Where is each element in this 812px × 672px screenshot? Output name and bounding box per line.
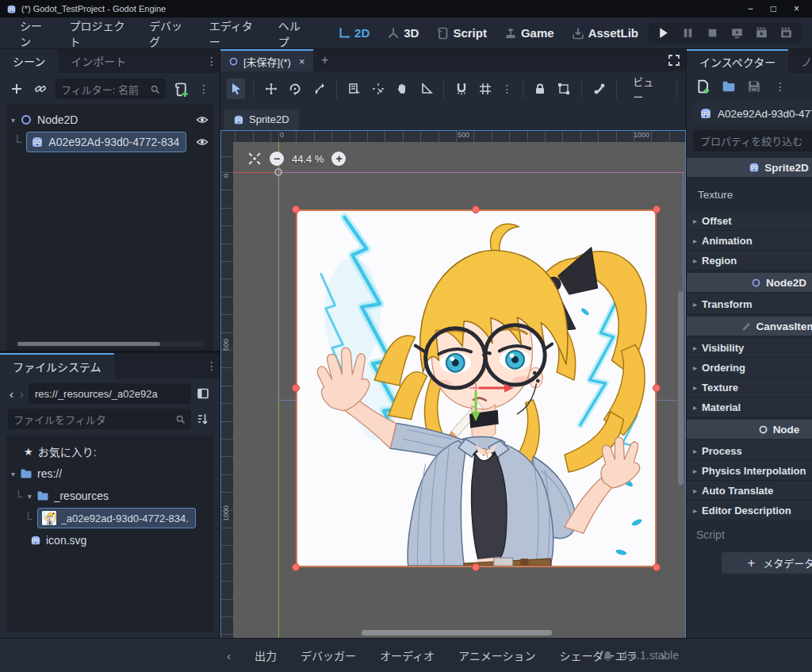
notifications-bell-icon[interactable] bbox=[602, 650, 614, 662]
section-sprite2d[interactable]: Sprite2D bbox=[687, 158, 812, 177]
group-animation[interactable]: ▸Animation bbox=[687, 231, 812, 251]
canvas-2d[interactable]: − 44.4 % + bbox=[233, 142, 685, 638]
grid-snap-button[interactable] bbox=[476, 79, 494, 99]
group-material[interactable]: ▸Material bbox=[687, 397, 812, 417]
workspace-game[interactable]: Game bbox=[497, 23, 561, 43]
group-button[interactable] bbox=[555, 79, 573, 99]
rotate-tool-button[interactable] bbox=[285, 79, 304, 99]
play-movie-button[interactable] bbox=[755, 26, 768, 40]
canvas-vscrollbar[interactable] bbox=[678, 291, 684, 485]
selected-file[interactable]: _a02e92ad-93d0-4772-834... bbox=[37, 508, 196, 528]
move-gizmo[interactable] bbox=[468, 380, 523, 428]
panel-audio[interactable]: オーディオ bbox=[380, 647, 435, 663]
property-filter-input[interactable]: プロパティを絞り込む bbox=[693, 130, 812, 152]
load-resource-button[interactable] bbox=[722, 79, 736, 94]
menu-debug[interactable]: デバッグ bbox=[140, 13, 197, 53]
expander-icon[interactable]: ▾ bbox=[11, 116, 15, 125]
version-label[interactable]: 4.4.1.stable bbox=[622, 649, 679, 662]
scene-dock-menu[interactable]: ⋮ bbox=[204, 49, 220, 73]
workspace-2d[interactable]: 2D bbox=[331, 23, 377, 43]
section-node[interactable]: Node bbox=[687, 420, 812, 439]
handle-mid-right[interactable] bbox=[653, 384, 661, 392]
move-tool-button[interactable] bbox=[262, 79, 280, 99]
expander-icon[interactable]: ▾ bbox=[28, 492, 32, 501]
minimize-button[interactable]: − bbox=[748, 3, 753, 14]
add-node-button[interactable] bbox=[8, 80, 25, 98]
scene-tab-unsaved[interactable]: [未保存](*) × bbox=[220, 49, 313, 71]
add-metadata-button[interactable]: + メタデータ bbox=[722, 552, 812, 574]
menu-project[interactable]: プロジェクト bbox=[61, 13, 137, 53]
scene-tree-hscrollbar[interactable] bbox=[16, 341, 204, 347]
movie-maker-button[interactable] bbox=[779, 26, 793, 40]
group-offset[interactable]: ▸Offset bbox=[687, 211, 812, 231]
smart-snap-button[interactable] bbox=[452, 79, 470, 99]
panel-output[interactable]: 出力 bbox=[255, 647, 277, 663]
menu-editor[interactable]: エディター bbox=[201, 13, 266, 53]
handle-top-center[interactable] bbox=[472, 205, 480, 213]
list-select-tool-button[interactable] bbox=[345, 79, 363, 99]
menu-help[interactable]: ヘルプ bbox=[270, 13, 316, 53]
sort-files-button[interactable] bbox=[194, 410, 212, 428]
visibility-eye-icon[interactable] bbox=[196, 113, 209, 126]
expand-viewport-button[interactable] bbox=[662, 49, 686, 71]
group-process[interactable]: ▸Process bbox=[687, 441, 812, 461]
group-editor-description[interactable]: ▸Editor Description bbox=[687, 501, 812, 520]
image-file-row[interactable]: └ _a02e92ad-93d0-4772-834... bbox=[6, 507, 213, 529]
panel-debugger[interactable]: デバッガー bbox=[301, 647, 356, 663]
play-button[interactable] bbox=[657, 26, 670, 40]
pan-tool-button[interactable] bbox=[393, 79, 412, 99]
tab-inspector[interactable]: インスペクター bbox=[687, 49, 788, 73]
maximize-button[interactable]: □ bbox=[771, 3, 776, 14]
resources-folder-row[interactable]: └ ▾ _resources bbox=[6, 485, 213, 507]
ruler-tool-button[interactable] bbox=[417, 79, 435, 99]
scene-tree-menu[interactable]: ⋮ bbox=[196, 83, 212, 95]
view-menu-button[interactable]: ビュー bbox=[625, 71, 668, 106]
new-resource-button[interactable] bbox=[696, 79, 710, 94]
icon-svg-row[interactable]: icon.svg bbox=[6, 529, 213, 551]
handle-top-right[interactable] bbox=[653, 205, 661, 213]
inspector-menu[interactable]: ⋮ bbox=[772, 80, 788, 93]
save-resource-button[interactable] bbox=[747, 79, 761, 94]
skeleton-button[interactable] bbox=[590, 79, 608, 99]
snap-options-menu[interactable]: ⋮ bbox=[500, 83, 515, 95]
group-auto-translate[interactable]: ▸Auto Translate bbox=[687, 481, 812, 501]
tab-scene[interactable]: シーン bbox=[0, 49, 58, 73]
tab-import[interactable]: インポート bbox=[58, 49, 139, 73]
tree-row-sprite[interactable]: └ A02e92Ad-93d0-4772-834 bbox=[6, 131, 213, 153]
close-button[interactable]: × bbox=[794, 3, 799, 14]
visibility-eye-icon[interactable] bbox=[196, 136, 209, 148]
nav-back-button[interactable]: ‹ bbox=[8, 387, 15, 401]
handle-mid-left[interactable] bbox=[292, 384, 300, 392]
menu-scene[interactable]: シーン bbox=[11, 13, 58, 53]
group-ordering[interactable]: ▸Ordering bbox=[687, 358, 812, 378]
select-tool-button[interactable] bbox=[227, 79, 245, 99]
section-canvasitem[interactable]: CanvasItem bbox=[687, 317, 812, 336]
group-transform[interactable]: ▸Transform bbox=[687, 294, 812, 314]
pause-button[interactable] bbox=[681, 26, 695, 40]
instance-scene-button[interactable] bbox=[32, 80, 49, 98]
expander-icon[interactable]: ▾ bbox=[11, 470, 15, 478]
section-node2d[interactable]: Node2D bbox=[687, 273, 812, 292]
new-scene-tab-button[interactable]: + bbox=[313, 49, 337, 71]
group-texture[interactable]: ▸Texture bbox=[687, 378, 812, 397]
remote-debug-button[interactable] bbox=[730, 26, 744, 40]
panels-scroll-left[interactable]: ‹ bbox=[227, 649, 231, 662]
group-visibility[interactable]: ▸Visibility bbox=[687, 338, 812, 358]
handle-bottom-left[interactable] bbox=[292, 563, 300, 571]
nav-forward-button[interactable]: › bbox=[18, 387, 25, 401]
zoom-level[interactable]: 44.4 % bbox=[292, 153, 324, 165]
group-physics-interpolation[interactable]: ▸Physics Interpolation bbox=[687, 461, 812, 481]
favorites-row[interactable]: ★ お気に入り: bbox=[6, 440, 213, 463]
tree-row-node2d[interactable]: ▾ Node2D bbox=[6, 109, 213, 131]
stop-button[interactable] bbox=[706, 26, 719, 40]
zoom-out-button[interactable]: − bbox=[270, 152, 284, 166]
filesystem-dock-menu[interactable]: ⋮ bbox=[204, 353, 220, 378]
workspace-3d[interactable]: 3D bbox=[380, 23, 426, 43]
attach-script-button[interactable] bbox=[172, 80, 190, 98]
center-view-icon[interactable] bbox=[247, 152, 262, 166]
canvas-hscrollbar[interactable] bbox=[362, 630, 552, 636]
workspace-script[interactable]: Script bbox=[429, 23, 494, 43]
scene-filter-input[interactable]: フィルター: 名前 bbox=[56, 79, 166, 99]
zoom-in-button[interactable]: + bbox=[331, 152, 346, 166]
sprite2d-menu-button[interactable]: Sprite2D bbox=[224, 109, 299, 130]
